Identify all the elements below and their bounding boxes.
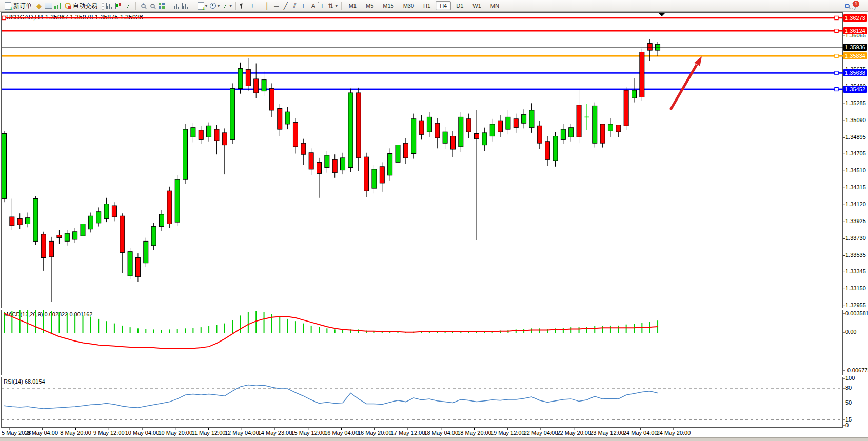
arrows-icon[interactable]: ⇅ <box>326 1 336 10</box>
zoom-out-icon[interactable]: − <box>148 1 157 10</box>
mt4-window: 新订单 ◆ 自动交易 + − ▼ ▼ ▼ ＋ │ ─ ╱ ⫽ F <box>0 0 868 441</box>
new-order-icon <box>5 2 11 10</box>
notification-badge: 1 <box>853 1 859 7</box>
date-label: 16 May 04:00 <box>324 430 359 436</box>
fibonacci-icon[interactable]: F <box>300 1 309 10</box>
chat-icon[interactable]: 1 <box>852 1 861 10</box>
line-chart-icon[interactable] <box>124 1 133 10</box>
text-label-icon[interactable]: T <box>318 2 326 9</box>
chart-title: USDCAD,H4 1.35967 1.35978 1.35875 1.3593… <box>6 14 143 21</box>
hline-price-tag: 1.36124 <box>843 27 867 34</box>
market-watch-icon[interactable] <box>44 1 53 10</box>
toolbar-drag-handle[interactable] <box>102 2 104 10</box>
timeframe-H1[interactable]: H1 <box>419 1 435 10</box>
main-chart-panel[interactable] <box>1 12 843 308</box>
date-label: 19 May 12:00 <box>490 430 525 436</box>
timeframe-MN[interactable]: MN <box>486 1 503 10</box>
date-label: 12 May 04:00 <box>225 430 259 436</box>
search-icon[interactable] <box>842 1 852 10</box>
auto-trading-icon <box>65 3 71 9</box>
tile-windows-icon[interactable] <box>157 1 166 10</box>
date-label: 18 May 04:00 <box>424 430 458 436</box>
date-label: 14 May 23:00 <box>258 430 292 436</box>
hline-price-tag: 1.36273 <box>843 14 867 22</box>
new-order-label: 新订单 <box>13 2 32 10</box>
chart-shift-icon[interactable] <box>172 1 181 10</box>
auto-trading-button[interactable]: 自动交易 <box>62 1 100 11</box>
horizontal-line-icon[interactable]: ─ <box>272 1 281 10</box>
new-order-button[interactable]: 新订单 <box>2 1 34 11</box>
period-clock-icon[interactable] <box>208 1 218 10</box>
date-label: 22 May 20:00 <box>557 430 591 436</box>
date-label: 10 May 04:00 <box>125 430 160 436</box>
date-label: 8 May 04:00 <box>27 430 58 436</box>
timeframe-M30[interactable]: M30 <box>399 1 418 10</box>
date-label: 22 May 04:00 <box>524 430 558 436</box>
trendline-icon[interactable]: ╱ <box>281 1 290 10</box>
timeframe-M1[interactable]: M1 <box>345 1 361 10</box>
price-tags-layer: 1.359361.362731.361241.358341.356381.354… <box>843 0 868 441</box>
chart-autoscroll-icon[interactable] <box>181 1 190 10</box>
new-chart-icon[interactable] <box>196 1 205 10</box>
candlestick-chart-icon[interactable] <box>114 1 124 10</box>
rsi-label: RSI(14) 68.0154 <box>4 378 45 385</box>
date-label: 23 May 12:00 <box>590 430 624 436</box>
rsi-panel[interactable] <box>1 377 843 428</box>
cursor-icon[interactable] <box>239 1 248 10</box>
crosshair-icon[interactable]: ＋ <box>248 1 257 10</box>
date-label: 24 May 20:00 <box>657 430 691 436</box>
channel-icon[interactable]: ⫽ <box>290 1 300 10</box>
date-label: 16 May 20:00 <box>358 430 392 436</box>
auto-trading-label: 自动交易 <box>73 2 97 10</box>
date-label: 10 May 20:00 <box>158 430 192 436</box>
timeframe-H4[interactable]: H4 <box>436 1 451 10</box>
hline-price-tag: 1.35834 <box>843 52 867 59</box>
date-label: 9 May 12:00 <box>93 430 125 436</box>
zoom-in-icon[interactable]: + <box>139 1 148 10</box>
timeframe-D1[interactable]: D1 <box>452 1 467 10</box>
vertical-line-icon[interactable]: │ <box>263 1 272 10</box>
window-bottom-edge <box>0 437 868 441</box>
date-label: 17 May 12:00 <box>391 430 425 436</box>
hline-price-tag: 1.35638 <box>843 69 867 76</box>
date-label: 11 May 12:00 <box>192 430 226 436</box>
macd-panel[interactable] <box>1 310 843 375</box>
current-price-tag: 1.35936 <box>843 44 867 51</box>
macd-label: MACD(12,26,9) 0.002322 0.001162 <box>4 311 92 317</box>
date-label: 24 May 04:00 <box>623 430 658 436</box>
timeframe-M5[interactable]: M5 <box>362 1 378 10</box>
template-icon[interactable] <box>221 1 230 10</box>
text-icon[interactable]: A <box>309 1 318 10</box>
time-axis[interactable]: 5 May 20238 May 04:008 May 20:009 May 12… <box>0 428 868 437</box>
timeframe-W1[interactable]: W1 <box>468 1 485 10</box>
hline-price-tag: 1.35452 <box>843 86 867 93</box>
toolbar: 新订单 ◆ 自动交易 + − ▼ ▼ ▼ ＋ │ ─ ╱ ⫽ F <box>0 0 868 12</box>
timeframe-M15[interactable]: M15 <box>379 1 398 10</box>
signal-icon[interactable] <box>53 1 62 10</box>
profile-icon[interactable]: ◆ <box>34 1 44 10</box>
bar-chart-icon[interactable] <box>105 1 114 10</box>
timeframe-bar: M1M5M15M30H1H4D1W1MN <box>344 1 504 10</box>
date-label: 15 May 12:00 <box>291 430 325 436</box>
date-label: 18 May 20:00 <box>457 430 491 436</box>
date-label: 8 May 20:00 <box>60 430 91 436</box>
